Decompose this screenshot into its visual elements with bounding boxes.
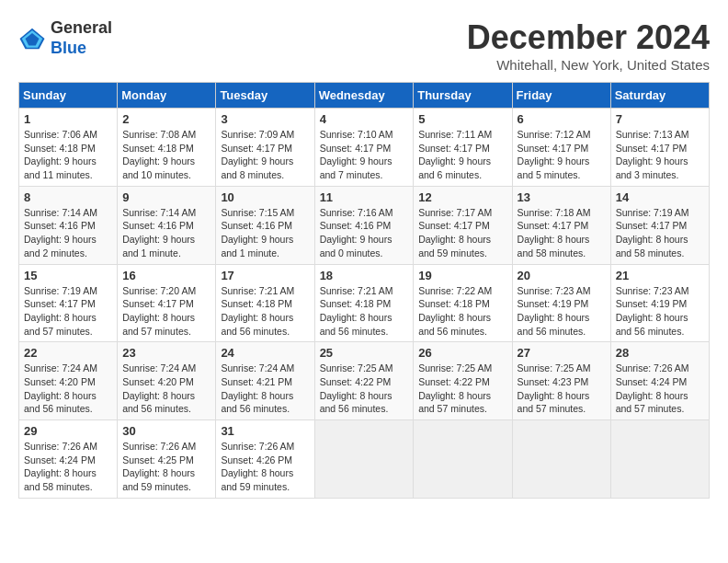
day-number: 20: [518, 269, 606, 282]
day-info: Sunrise: 7:14 AMSunset: 4:16 PMDaylight:…: [24, 207, 97, 259]
day-number: 14: [616, 190, 704, 204]
calendar-cell: 6 Sunrise: 7:12 AMSunset: 4:17 PMDayligh…: [512, 109, 610, 187]
logo: General Blue: [18, 18, 112, 58]
calendar-cell: 28 Sunrise: 7:26 AMSunset: 4:24 PMDaylig…: [610, 342, 709, 420]
day-number: 24: [221, 346, 309, 360]
day-number: 18: [320, 269, 409, 282]
calendar-cell: 16 Sunrise: 7:20 AMSunset: 4:17 PMDaylig…: [118, 264, 216, 342]
calendar-cell: 13 Sunrise: 7:18 AMSunset: 4:17 PMDaylig…: [512, 186, 610, 264]
day-number: 12: [418, 190, 506, 204]
calendar-table: SundayMondayTuesdayWednesdayThursdayFrid…: [18, 82, 710, 499]
page-header: General Blue December 2024 Whitehall, Ne…: [18, 18, 710, 73]
day-number: 17: [221, 269, 309, 282]
day-number: 4: [320, 112, 409, 126]
calendar-cell: [610, 420, 709, 499]
day-number: 10: [221, 190, 309, 204]
calendar-cell: 29 Sunrise: 7:26 AMSunset: 4:24 PMDaylig…: [19, 420, 118, 499]
day-info: Sunrise: 7:26 AMSunset: 4:24 PMDaylight:…: [24, 441, 97, 492]
calendar-cell: [414, 420, 512, 499]
day-info: Sunrise: 7:20 AMSunset: 4:17 PMDaylight:…: [122, 285, 196, 337]
calendar-cell: 11 Sunrise: 7:16 AMSunset: 4:16 PMDaylig…: [314, 186, 414, 264]
week-row-1: 1 Sunrise: 7:06 AMSunset: 4:18 PMDayligh…: [19, 109, 710, 187]
col-header-wednesday: Wednesday: [314, 83, 414, 109]
day-info: Sunrise: 7:09 AMSunset: 4:17 PMDaylight:…: [221, 129, 294, 180]
day-number: 25: [320, 346, 409, 360]
col-header-sunday: Sunday: [19, 83, 118, 109]
day-info: Sunrise: 7:23 AMSunset: 4:19 PMDaylight:…: [518, 285, 591, 337]
calendar-cell: 31 Sunrise: 7:26 AMSunset: 4:26 PMDaylig…: [216, 420, 314, 499]
day-info: Sunrise: 7:26 AMSunset: 4:26 PMDaylight:…: [221, 441, 294, 492]
col-header-friday: Friday: [512, 83, 610, 109]
col-header-thursday: Thursday: [414, 83, 512, 109]
day-info: Sunrise: 7:25 AMSunset: 4:22 PMDaylight:…: [320, 362, 393, 414]
calendar-cell: 17 Sunrise: 7:21 AMSunset: 4:18 PMDaylig…: [216, 264, 314, 342]
day-number: 30: [122, 424, 210, 438]
calendar-cell: 24 Sunrise: 7:24 AMSunset: 4:21 PMDaylig…: [216, 342, 314, 420]
calendar-cell: 23 Sunrise: 7:24 AMSunset: 4:20 PMDaylig…: [118, 342, 216, 420]
calendar-cell: 30 Sunrise: 7:26 AMSunset: 4:25 PMDaylig…: [118, 420, 216, 499]
day-info: Sunrise: 7:08 AMSunset: 4:18 PMDaylight:…: [122, 129, 196, 180]
calendar-cell: 20 Sunrise: 7:23 AMSunset: 4:19 PMDaylig…: [512, 264, 610, 342]
day-info: Sunrise: 7:14 AMSunset: 4:16 PMDaylight:…: [122, 207, 196, 259]
day-number: 15: [24, 269, 112, 282]
location: Whitehall, New York, United States: [467, 57, 710, 73]
calendar-cell: 15 Sunrise: 7:19 AMSunset: 4:17 PMDaylig…: [19, 264, 118, 342]
calendar-cell: [512, 420, 610, 499]
day-number: 27: [518, 346, 606, 360]
day-number: 13: [518, 190, 606, 204]
day-info: Sunrise: 7:22 AMSunset: 4:18 PMDaylight:…: [418, 285, 492, 337]
calendar-cell: 22 Sunrise: 7:24 AMSunset: 4:20 PMDaylig…: [19, 342, 118, 420]
col-header-monday: Monday: [118, 83, 216, 109]
calendar-cell: 12 Sunrise: 7:17 AMSunset: 4:17 PMDaylig…: [414, 186, 512, 264]
day-info: Sunrise: 7:12 AMSunset: 4:17 PMDaylight:…: [518, 129, 591, 180]
day-info: Sunrise: 7:25 AMSunset: 4:23 PMDaylight:…: [518, 362, 591, 414]
calendar-cell: 10 Sunrise: 7:15 AMSunset: 4:16 PMDaylig…: [216, 186, 314, 264]
day-info: Sunrise: 7:21 AMSunset: 4:18 PMDaylight:…: [221, 285, 294, 337]
week-row-3: 15 Sunrise: 7:19 AMSunset: 4:17 PMDaylig…: [19, 264, 710, 342]
day-number: 21: [616, 269, 704, 282]
day-info: Sunrise: 7:19 AMSunset: 4:17 PMDaylight:…: [24, 285, 97, 337]
day-info: Sunrise: 7:24 AMSunset: 4:21 PMDaylight:…: [221, 362, 294, 414]
week-row-5: 29 Sunrise: 7:26 AMSunset: 4:24 PMDaylig…: [19, 420, 710, 499]
day-number: 22: [24, 346, 112, 360]
day-info: Sunrise: 7:24 AMSunset: 4:20 PMDaylight:…: [122, 362, 196, 414]
day-info: Sunrise: 7:19 AMSunset: 4:17 PMDaylight:…: [616, 207, 689, 259]
day-info: Sunrise: 7:24 AMSunset: 4:20 PMDaylight:…: [24, 362, 97, 414]
day-number: 3: [221, 112, 309, 126]
day-info: Sunrise: 7:11 AMSunset: 4:17 PMDaylight:…: [418, 129, 492, 180]
day-number: 1: [24, 112, 112, 126]
day-number: 8: [24, 190, 112, 204]
calendar-cell: 27 Sunrise: 7:25 AMSunset: 4:23 PMDaylig…: [512, 342, 610, 420]
calendar-cell: 5 Sunrise: 7:11 AMSunset: 4:17 PMDayligh…: [414, 109, 512, 187]
month-title: December 2024: [467, 18, 710, 57]
day-number: 5: [418, 112, 506, 126]
day-number: 6: [518, 112, 606, 126]
day-number: 9: [122, 190, 210, 204]
logo-text: General Blue: [51, 18, 112, 58]
week-row-4: 22 Sunrise: 7:24 AMSunset: 4:20 PMDaylig…: [19, 342, 710, 420]
calendar-cell: 18 Sunrise: 7:21 AMSunset: 4:18 PMDaylig…: [314, 264, 414, 342]
day-info: Sunrise: 7:21 AMSunset: 4:18 PMDaylight:…: [320, 285, 393, 337]
title-area: December 2024 Whitehall, New York, Unite…: [467, 18, 710, 73]
week-row-2: 8 Sunrise: 7:14 AMSunset: 4:16 PMDayligh…: [19, 186, 710, 264]
calendar-cell: 21 Sunrise: 7:23 AMSunset: 4:19 PMDaylig…: [610, 264, 709, 342]
day-info: Sunrise: 7:10 AMSunset: 4:17 PMDaylight:…: [320, 129, 393, 180]
calendar-cell: 9 Sunrise: 7:14 AMSunset: 4:16 PMDayligh…: [118, 186, 216, 264]
day-number: 2: [122, 112, 210, 126]
day-number: 29: [24, 424, 112, 438]
calendar-cell: 14 Sunrise: 7:19 AMSunset: 4:17 PMDaylig…: [610, 186, 709, 264]
day-info: Sunrise: 7:17 AMSunset: 4:17 PMDaylight:…: [418, 207, 492, 259]
calendar-cell: 3 Sunrise: 7:09 AMSunset: 4:17 PMDayligh…: [216, 109, 314, 187]
day-number: 28: [616, 346, 704, 360]
calendar-cell: 25 Sunrise: 7:25 AMSunset: 4:22 PMDaylig…: [314, 342, 414, 420]
logo-icon: [18, 25, 46, 52]
calendar-cell: 2 Sunrise: 7:08 AMSunset: 4:18 PMDayligh…: [118, 109, 216, 187]
day-info: Sunrise: 7:23 AMSunset: 4:19 PMDaylight:…: [616, 285, 689, 337]
day-info: Sunrise: 7:06 AMSunset: 4:18 PMDaylight:…: [24, 129, 97, 180]
day-number: 26: [418, 346, 506, 360]
calendar-cell: 26 Sunrise: 7:25 AMSunset: 4:22 PMDaylig…: [414, 342, 512, 420]
calendar-cell: 7 Sunrise: 7:13 AMSunset: 4:17 PMDayligh…: [610, 109, 709, 187]
col-header-tuesday: Tuesday: [216, 83, 314, 109]
calendar-cell: [314, 420, 414, 499]
day-info: Sunrise: 7:15 AMSunset: 4:16 PMDaylight:…: [221, 207, 294, 259]
